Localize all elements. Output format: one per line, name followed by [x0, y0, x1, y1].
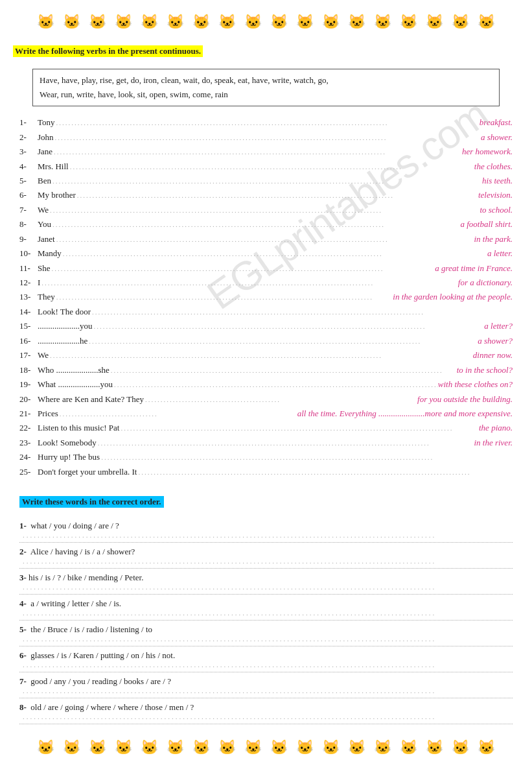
kitty-icon: 🐱 — [60, 735, 84, 758]
exercise-row: 21- Prices .............................… — [19, 407, 513, 420]
reorder-section: 1- what / you / doing / are / ? ........… — [13, 521, 519, 724]
exercise-row: 23- Look! Somebody .....................… — [19, 436, 513, 449]
kitty-icon: 🐱 — [241, 10, 266, 34]
exercise-row: 15- ....................you ............… — [19, 319, 513, 333]
kitty-icon: 🐱 — [215, 735, 240, 758]
exercise-row: 20- Where are Ken and Kate? They .......… — [19, 392, 513, 406]
header-icons: 🐱 🐱 🐱 🐱 🐱 🐱 🐱 🐱 🐱 🐱 🐱 🐱 🐱 🐱 🐱 🐱 🐱 🐱 — [13, 6, 519, 38]
reorder-row: 1- what / you / doing / are / ? ........… — [19, 521, 513, 543]
kitty-icon: 🐱 — [474, 735, 499, 758]
exercise-row: 14- Look! The door .....................… — [19, 305, 513, 318]
exercise-row: 18- Who ....................she ........… — [19, 363, 513, 377]
reorder-row: 2- Alice / having / is / a / shower? ...… — [19, 547, 513, 569]
exercise-row: 7- We ..................................… — [19, 203, 513, 217]
exercise-row: 16- ....................he .............… — [19, 334, 513, 348]
exercise-row: 1- Tony ................................… — [19, 115, 513, 129]
kitty-icon: 🐱 — [319, 735, 343, 758]
kitty-icon: 🐱 — [111, 10, 136, 34]
kitty-icon: 🐱 — [397, 10, 421, 34]
exercise-row: 10- Mandy ..............................… — [19, 246, 513, 260]
kitty-icon: 🐱 — [189, 10, 214, 34]
kitty-icon: 🐱 — [34, 735, 58, 758]
exercises-section: 1- Tony ................................… — [13, 115, 519, 479]
kitty-icon: 🐱 — [215, 10, 240, 34]
kitty-icon: 🐱 — [422, 735, 447, 758]
exercise-row: 6- My brother ..........................… — [19, 188, 513, 202]
reorder-row: 3- his / is / ? / bike / mending / Peter… — [19, 573, 513, 595]
kitty-icon: 🐱 — [163, 735, 188, 758]
footer-icons: 🐱 🐱 🐱 🐱 🐱 🐱 🐱 🐱 🐱 🐱 🐱 🐱 🐱 🐱 🐱 🐱 🐱 🐱 — [13, 732, 519, 758]
kitty-icon: 🐱 — [241, 735, 266, 758]
reorder-row: 8- old / are / going / where / where / t… — [19, 702, 513, 724]
kitty-icon: 🐱 — [448, 10, 473, 34]
kitty-icon: 🐱 — [371, 10, 395, 34]
kitty-icon: 🐱 — [267, 735, 292, 758]
reorder-row: 7- good / any / you / reading / books / … — [19, 676, 513, 698]
kitty-icon: 🐱 — [34, 10, 58, 34]
reorder-row: 5- the / Bruce / is / radio / listening … — [19, 624, 513, 646]
exercise-row: 22- Listen to this music! Pat ..........… — [19, 421, 513, 434]
section2-instruction: Write these words in the correct order. — [19, 496, 164, 508]
exercise-row: 8- You .................................… — [19, 217, 513, 231]
kitty-icon: 🐱 — [137, 735, 162, 758]
kitty-icon: 🐱 — [293, 10, 318, 34]
exercise-row: 25- Don't forget your umbrella. It .....… — [19, 465, 513, 479]
kitty-icon: 🐱 — [111, 735, 136, 758]
reorder-row: 4- a / writing / letter / she / is. ....… — [19, 598, 513, 621]
exercise-row: 4- Mrs. Hill ...........................… — [19, 160, 513, 173]
exercise-row: 17- We .................................… — [19, 348, 513, 362]
exercise-row: 5- Ben .................................… — [19, 174, 513, 187]
reorder-row: 6- glasses / is / Karen / putting / on /… — [19, 650, 513, 672]
exercise-row: 19- What ....................you .......… — [19, 377, 513, 391]
word-box-content: Have, have, play, rise, get, do, iron, c… — [40, 75, 329, 99]
exercise-row: 11- She ................................… — [19, 261, 513, 275]
kitty-icon: 🐱 — [137, 10, 162, 34]
exercise-row: 12- I ..................................… — [19, 276, 513, 289]
exercise-row: 13- They ...............................… — [19, 290, 513, 303]
exercise-row: 24- Hurry up! The bus ..................… — [19, 450, 513, 464]
word-box: Have, have, play, rise, get, do, iron, c… — [32, 69, 500, 106]
kitty-icon: 🐱 — [474, 10, 499, 34]
kitty-icon: 🐱 — [86, 10, 110, 34]
kitty-icon: 🐱 — [267, 10, 292, 34]
kitty-icon: 🐱 — [371, 735, 395, 758]
kitty-icon: 🐱 — [422, 10, 447, 34]
exercise-row: 3- Jane ................................… — [19, 145, 513, 158]
kitty-icon: 🐱 — [60, 10, 84, 34]
kitty-icon: 🐱 — [319, 10, 343, 34]
kitty-icon: 🐱 — [345, 735, 369, 758]
kitty-icon: 🐱 — [163, 10, 188, 34]
kitty-icon: 🐱 — [293, 735, 318, 758]
section1-instruction: Write the following verbs in the present… — [13, 45, 203, 57]
kitty-icon: 🐱 — [189, 735, 214, 758]
exercise-row: 9- Janet ...............................… — [19, 232, 513, 246]
kitty-icon: 🐱 — [448, 735, 473, 758]
exercise-row: 2- John ................................… — [19, 130, 513, 144]
kitty-icon: 🐱 — [345, 10, 369, 34]
kitty-icon: 🐱 — [86, 735, 110, 758]
kitty-icon: 🐱 — [397, 735, 421, 758]
